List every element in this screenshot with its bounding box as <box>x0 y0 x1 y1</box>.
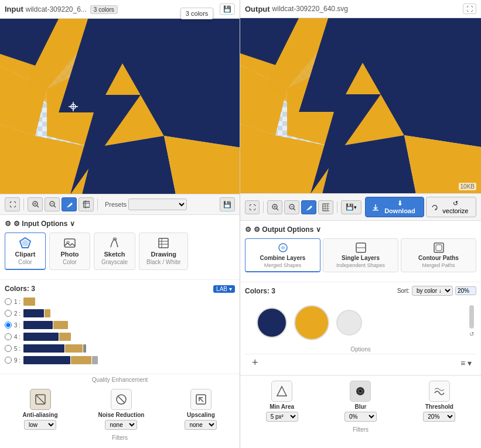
out-colors-header: Colors: 3 Sort: by color ↓ by size ↓ <box>245 286 476 296</box>
colors-badge[interactable]: 3 colors <box>90 5 118 14</box>
single-sub: Independent Shapes <box>336 262 385 268</box>
out-type-btn-contour[interactable]: Contour Paths Merged Paths <box>401 238 476 272</box>
right-zoom-in-button[interactable] <box>267 200 282 214</box>
left-filters-title: Filters <box>5 435 235 441</box>
blur-label: Blur <box>354 403 366 410</box>
download-button[interactable]: ⬇ Download <box>365 197 424 217</box>
color-block <box>23 297 35 306</box>
output-options-section: ⚙ ⚙ Output Options ∨ Combine Layers Merg… <box>240 221 481 282</box>
color-radio-5[interactable] <box>5 345 12 352</box>
type-btn-photo[interactable]: Photo Color <box>49 232 90 270</box>
svg-rect-59 <box>323 204 329 211</box>
threshold-label: Threshold <box>425 403 453 410</box>
left-toolbar: ⛶ Presets 💾 <box>0 194 240 215</box>
type-btn-drawing[interactable]: Drawing Black / White <box>139 232 188 270</box>
left-toolbar-save-button[interactable]: 💾 <box>220 197 235 211</box>
colors-count-label: Colors: 3 <box>5 285 35 293</box>
color-circle-white[interactable] <box>336 310 362 336</box>
output-filter-buttons: Min Area 5 px² 10 px² 20 px² Blur 0% <box>245 378 476 424</box>
upscaling-icon[interactable] <box>190 389 211 410</box>
color-radio-2[interactable] <box>5 310 12 317</box>
clipart-icon <box>19 237 32 249</box>
input-types-row: Clipart Color Photo Color Sketch Graysca… <box>5 232 235 270</box>
anti-aliasing-icon[interactable] <box>30 389 51 410</box>
drawing-icon <box>157 237 170 249</box>
right-grid-button[interactable] <box>318 200 333 214</box>
gear-icon: ⚙ <box>5 220 11 228</box>
svg-marker-70 <box>277 387 286 396</box>
right-expand-button[interactable]: ⛶ <box>463 4 476 14</box>
color-row: 1 : <box>5 296 235 307</box>
tooltip-popup: 3 colors <box>180 8 214 19</box>
vectorize-button[interactable]: ↺ vectorize <box>426 197 476 217</box>
color-rows-container: 1 : 2 : 3 : <box>5 296 235 365</box>
color-row: 3 : <box>5 320 235 330</box>
color-row: 4 : <box>5 331 235 342</box>
left-pen-button[interactable] <box>62 197 77 211</box>
left-panel-title: Input <box>5 5 23 13</box>
anti-aliasing-filter: Anti-aliasing low medium high <box>23 389 58 430</box>
right-zoom-out-button[interactable] <box>284 200 299 214</box>
color-block <box>23 344 64 353</box>
scroll-thumb[interactable] <box>469 305 474 329</box>
noise-reduction-select[interactable]: none low medium <box>105 420 137 430</box>
lab-badge[interactable]: LAB ▾ <box>213 285 235 293</box>
threshold-icon[interactable] <box>429 381 450 402</box>
svg-rect-68 <box>434 243 444 252</box>
sort-pct-input[interactable] <box>455 286 476 295</box>
combine-label: Combine Layers <box>260 255 306 261</box>
anti-aliasing-select[interactable]: low medium high <box>24 420 56 430</box>
sort-select[interactable]: by color ↓ by size ↓ <box>412 286 453 296</box>
left-expand-button[interactable]: ⛶ <box>5 197 20 211</box>
right-save-menu-button[interactable]: 💾 ▾ <box>341 200 361 214</box>
color-radio-4[interactable] <box>5 333 12 340</box>
color-circles-area: ↺ <box>245 300 476 345</box>
refresh-icon[interactable]: ↺ <box>469 331 474 337</box>
output-gear-icon: ⚙ <box>245 225 251 234</box>
type-btn-clipart[interactable]: Clipart Color <box>5 232 46 270</box>
upscaling-select[interactable]: none 2x 4x <box>185 420 217 430</box>
output-filters-section: Min Area 5 px² 10 px² 20 px² Blur 0% <box>240 375 481 435</box>
threshold-select[interactable]: 20% 40% 60% <box>423 412 455 422</box>
color-radio-1[interactable] <box>5 298 12 305</box>
min-area-icon[interactable] <box>271 381 292 402</box>
presets-select[interactable] <box>128 199 187 210</box>
color-block <box>92 356 98 364</box>
contour-label: Contour Paths <box>418 255 459 261</box>
color-radio-3[interactable] <box>5 322 12 329</box>
blur-select[interactable]: 0% 25% 50% <box>344 412 377 422</box>
right-pen-button[interactable] <box>301 200 316 214</box>
svg-line-53 <box>277 208 278 211</box>
left-preview <box>0 19 240 194</box>
input-options-title[interactable]: ⚙ ⚙ Input Options ∨ <box>5 220 235 228</box>
toolbar-separator-1 <box>23 199 24 210</box>
color-radio-9[interactable] <box>5 357 12 364</box>
list-view-button[interactable]: ≡ ▾ <box>460 358 472 368</box>
out-type-btn-combine[interactable]: Combine Layers Merged Shapes <box>245 238 320 272</box>
anti-aliasing-label: Anti-aliasing <box>23 412 58 418</box>
color-row: 5 : <box>5 343 235 354</box>
color-block <box>83 344 86 353</box>
out-type-btn-single[interactable]: Single Layers Independent Shapes <box>323 238 398 272</box>
noise-reduction-icon[interactable] <box>111 389 132 410</box>
blur-icon[interactable] <box>350 381 371 402</box>
output-options-title[interactable]: ⚙ ⚙ Output Options ∨ <box>245 225 476 234</box>
add-color-button[interactable]: + <box>250 357 261 369</box>
min-area-select[interactable]: 5 px² 10 px² 20 px² <box>266 412 298 422</box>
right-expand-button[interactable]: ⛶ <box>245 200 260 214</box>
right-sep-1 <box>263 201 264 213</box>
type-btn-sketch[interactable]: Sketch Grayscale <box>94 232 135 270</box>
right-header: Output wildcat-309220_640.svg ⛶ <box>240 0 481 18</box>
color-circle-navy[interactable] <box>257 307 287 338</box>
svg-line-35 <box>36 395 45 404</box>
color-circle-orange[interactable] <box>294 305 329 340</box>
left-crop-button[interactable] <box>79 197 94 211</box>
svg-marker-26 <box>22 240 29 246</box>
output-types-row: Combine Layers Merged Shapes Single Laye… <box>245 238 476 272</box>
svg-line-37 <box>118 396 125 403</box>
left-zoom-in-button[interactable] <box>28 197 43 211</box>
left-save-button[interactable]: 💾 <box>220 4 235 15</box>
right-preview: 10KB <box>240 18 481 194</box>
left-zoom-out-button[interactable] <box>45 197 60 211</box>
svg-line-20 <box>54 206 56 208</box>
